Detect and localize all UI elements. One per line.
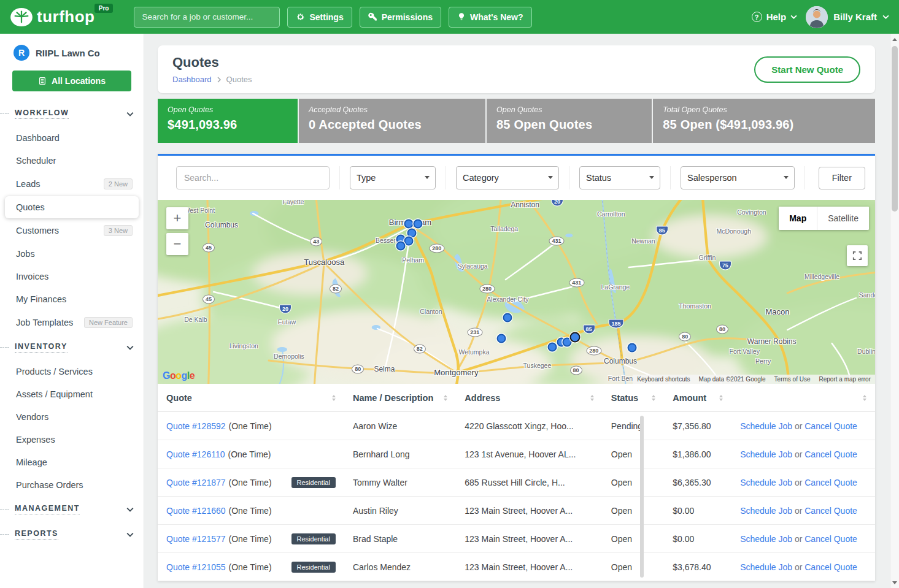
- sort-icon[interactable]: [652, 395, 655, 401]
- breadcrumb-dashboard[interactable]: Dashboard: [172, 75, 212, 84]
- quotes-map[interactable]: FayetteWest PointColumbusAnnistonCarroll…: [158, 200, 875, 384]
- sidebar-item-products-services[interactable]: Products / Services: [5, 361, 139, 383]
- start-new-quote-button[interactable]: Start New Quote: [754, 56, 860, 83]
- status-filter-select[interactable]: Status: [579, 166, 660, 189]
- map-view-button[interactable]: Map: [779, 207, 817, 230]
- column-header[interactable]: [731, 395, 875, 401]
- schedule-job-link[interactable]: Schedule Job: [740, 506, 792, 516]
- scroll-down-arrow[interactable]: [890, 578, 899, 587]
- schedule-job-link[interactable]: Schedule Job: [740, 478, 792, 487]
- sidebar-item-quotes[interactable]: Quotes: [5, 196, 139, 218]
- map-marker[interactable]: [627, 343, 636, 352]
- sidebar-item-my-finances[interactable]: My Finances: [5, 288, 139, 310]
- customer-name: Bernhard Long: [344, 446, 456, 463]
- sidebar-item-customers[interactable]: Customers 3 New: [5, 219, 139, 242]
- sidebar-item-assets-equipment[interactable]: Assets / Equipment: [5, 383, 139, 405]
- keyboard-shortcuts-link[interactable]: Keyboard shortcuts: [633, 376, 694, 383]
- column-header-quote[interactable]: Quote: [158, 393, 344, 403]
- sidebar-item-scheduler[interactable]: Scheduler: [5, 150, 139, 172]
- cancel-quote-link[interactable]: Cancel Quote: [804, 449, 857, 459]
- whats-new-button[interactable]: What's New?: [449, 7, 532, 28]
- map-type-toggle: Map Satellite: [779, 207, 869, 230]
- sort-icon[interactable]: [590, 395, 594, 401]
- scrollbar-thumb[interactable]: [892, 46, 898, 212]
- settings-button[interactable]: Settings: [287, 7, 352, 28]
- fullscreen-button[interactable]: [847, 245, 868, 266]
- sort-icon[interactable]: [863, 395, 866, 401]
- quotes-search-input[interactable]: [176, 166, 330, 189]
- company-logo: R: [14, 45, 29, 61]
- quote-link[interactable]: Quote #128592: [166, 421, 226, 431]
- user-menu[interactable]: Billy Kraft: [806, 6, 889, 28]
- count-badge: New Feature: [84, 317, 133, 328]
- sort-icon[interactable]: [332, 395, 336, 401]
- quote-link[interactable]: Quote #121055: [166, 562, 226, 572]
- sidebar-item-leads[interactable]: Leads 2 New: [5, 172, 139, 196]
- map-marker[interactable]: [503, 313, 512, 323]
- schedule-job-link[interactable]: Schedule Job: [740, 562, 792, 572]
- column-header-status[interactable]: Status: [603, 393, 665, 403]
- sidebar-section-inventory[interactable]: INVENTORY: [0, 335, 144, 360]
- table-scrollbar[interactable]: [640, 416, 644, 578]
- sidebar-item-purchase-orders[interactable]: Purchase Orders: [5, 474, 139, 496]
- sidebar-item-mileage[interactable]: Mileage: [5, 451, 139, 473]
- category-filter-select[interactable]: Category: [456, 166, 559, 189]
- map-marker[interactable]: [396, 242, 406, 251]
- sort-icon[interactable]: [444, 395, 447, 401]
- sidebar-item-job-templates[interactable]: Job Templates New Feature: [5, 311, 139, 334]
- all-locations-button[interactable]: All Locations: [12, 71, 131, 91]
- map-marker[interactable]: [414, 220, 423, 229]
- salesperson-filter-select[interactable]: Salesperson: [681, 166, 795, 189]
- filter-button[interactable]: Filter: [819, 167, 865, 189]
- quote-link[interactable]: Quote #126110: [166, 449, 225, 459]
- sidebar-section-workflow[interactable]: WORKFLOW: [0, 101, 144, 126]
- schedule-job-link[interactable]: Schedule Job: [740, 449, 792, 459]
- sidebar-item-dashboard[interactable]: Dashboard: [5, 127, 139, 149]
- map-place-label: Fayette: [282, 200, 304, 205]
- sidebar-item-vendors[interactable]: Vendors: [5, 406, 139, 428]
- section-dash: [0, 113, 9, 114]
- sidebar-item-invoices[interactable]: Invoices: [5, 265, 139, 288]
- quote-link[interactable]: Quote #121660: [166, 506, 226, 516]
- map-marker[interactable]: [404, 220, 414, 229]
- sidebar-item-jobs[interactable]: Jobs: [5, 243, 139, 265]
- route-shield: 80: [570, 366, 582, 375]
- schedule-job-link[interactable]: Schedule Job: [740, 421, 792, 431]
- sidebar-section-reports[interactable]: REPORTS: [0, 522, 144, 547]
- terms-of-use-link[interactable]: Terms of Use: [770, 376, 815, 383]
- column-header-address[interactable]: Address: [456, 393, 602, 403]
- map-marker[interactable]: [547, 343, 557, 352]
- sidebar-item-expenses[interactable]: Expenses: [5, 429, 139, 451]
- quote-link[interactable]: Quote #121877: [166, 478, 226, 487]
- column-header-name-description[interactable]: Name / Description: [344, 393, 456, 403]
- brand-logo[interactable]: turfhop Pro: [10, 7, 95, 27]
- cancel-quote-link[interactable]: Cancel Quote: [804, 421, 857, 431]
- route-shield: 85: [583, 324, 595, 334]
- route-shield: 80: [352, 365, 364, 374]
- satellite-view-button[interactable]: Satellite: [817, 207, 869, 230]
- permissions-button[interactable]: Permissions: [360, 7, 441, 28]
- sort-icon[interactable]: [719, 395, 723, 401]
- map-marker[interactable]: [404, 236, 414, 245]
- report-map-error-link[interactable]: Report a map error: [815, 376, 875, 383]
- global-search-input[interactable]: [134, 7, 280, 28]
- map-marker[interactable]: [570, 332, 581, 343]
- cancel-quote-link[interactable]: Cancel Quote: [804, 478, 857, 487]
- quote-link[interactable]: Quote #121577: [166, 534, 226, 544]
- type-filter-select[interactable]: Type: [350, 166, 436, 189]
- schedule-job-link[interactable]: Schedule Job: [740, 534, 792, 544]
- scroll-up-arrow[interactable]: [890, 35, 899, 44]
- page-scrollbar[interactable]: [890, 34, 899, 588]
- cancel-quote-link[interactable]: Cancel Quote: [804, 506, 857, 516]
- sidebar-section-management[interactable]: MANAGEMENT: [0, 497, 144, 522]
- zoom-in-button[interactable]: +: [166, 207, 188, 229]
- map-marker[interactable]: [496, 334, 506, 343]
- map-zoom-controls: + −: [166, 207, 188, 255]
- route-shield: 75: [719, 261, 731, 270]
- column-header-amount[interactable]: Amount: [664, 393, 731, 403]
- cancel-quote-link[interactable]: Cancel Quote: [804, 562, 857, 572]
- zoom-out-button[interactable]: −: [166, 233, 188, 255]
- help-menu[interactable]: ? Help: [752, 12, 798, 22]
- cancel-quote-link[interactable]: Cancel Quote: [804, 534, 857, 544]
- section-dash: [0, 347, 9, 348]
